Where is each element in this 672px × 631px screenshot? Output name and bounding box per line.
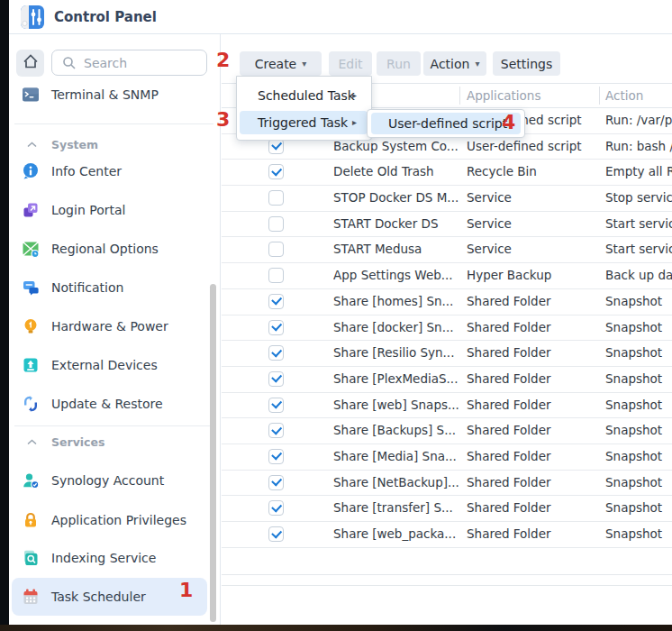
- task-name: Share [homes] Sn...: [333, 289, 465, 314]
- table-row[interactable]: Share [Media] Sna... Shared Folder Snaps…: [222, 444, 672, 471]
- annotation-1: 1: [179, 581, 193, 600]
- task-action: Stop servic: [605, 186, 672, 210]
- task-action: Snapshot: [605, 471, 672, 495]
- indexing-service-icon: [22, 549, 40, 567]
- create-button[interactable]: Create ▾: [240, 51, 322, 76]
- menu-item-label: Triggered Task: [258, 115, 348, 130]
- task-name: Share [web] Snaps...: [333, 393, 465, 417]
- row-checkbox[interactable]: [268, 320, 284, 335]
- sidebar-section-system[interactable]: System: [27, 135, 98, 153]
- task-action: Empty all R: [605, 160, 672, 184]
- sidebar-item-task-scheduler[interactable]: Task Scheduler: [22, 584, 146, 609]
- sidebar-divider: [14, 123, 213, 124]
- row-checkbox[interactable]: [268, 449, 284, 464]
- menu-item-user-defined-script[interactable]: User-defined script: [371, 113, 521, 134]
- table-row[interactable]: Share [PlexMediaS... Shared Folder Snaps…: [222, 367, 672, 393]
- sidebar-item-regional-options[interactable]: Regional Options: [22, 236, 159, 261]
- search-placeholder: Search: [84, 56, 127, 70]
- search-icon: [62, 56, 77, 70]
- table-row[interactable]: Share [homes] Sn... Shared Folder Snapsh…: [222, 289, 672, 316]
- table-row[interactable]: STOP Docker DS M... Service Stop servic: [222, 186, 672, 212]
- task-name: Share [Media] Sna...: [333, 444, 465, 469]
- task-application: Shared Folder: [467, 393, 598, 417]
- table-row[interactable]: Share [NetBackup]... Shared Folder Snaps…: [222, 471, 672, 497]
- table-row[interactable]: App Settings Web... Hyper Backup Back up…: [222, 263, 672, 289]
- caret-down-icon: ▾: [475, 59, 479, 69]
- column-header-action[interactable]: Action: [605, 84, 643, 107]
- sidebar-item-update-restore[interactable]: Update & Restore: [22, 391, 163, 416]
- sidebar-item-label: Hardware & Power: [51, 319, 168, 334]
- task-table-body: User-defined script Run: /var/p Backup S…: [222, 108, 672, 548]
- sidebar-item-indexing-service[interactable]: Indexing Service: [22, 545, 156, 571]
- table-row[interactable]: Share [web_packa... Shared Folder Snapsh…: [222, 522, 672, 548]
- search-input[interactable]: Search: [51, 50, 207, 76]
- row-checkbox[interactable]: [268, 294, 284, 309]
- row-checkbox[interactable]: [268, 371, 284, 387]
- table-row[interactable]: Delete Old Trash Recycle Bin Empty all R: [222, 160, 672, 186]
- edit-button[interactable]: Edit: [329, 51, 372, 76]
- task-action: Run: bash /: [605, 134, 672, 159]
- task-action: Start servic: [605, 212, 672, 236]
- menu-item-triggered-task[interactable]: Triggered Task ▸: [240, 111, 368, 134]
- task-name: Share [web_packa...: [333, 522, 465, 546]
- task-name: Share [transfer] S...: [333, 496, 465, 520]
- sidebar-item-synology-account[interactable]: Synology Account: [22, 468, 164, 493]
- row-checkbox[interactable]: [268, 398, 284, 413]
- row-checkbox[interactable]: [268, 139, 284, 154]
- task-name: Delete Old Trash: [333, 160, 465, 184]
- run-button[interactable]: Run: [377, 51, 421, 76]
- menu-item-scheduled-task[interactable]: Scheduled Task ▸: [240, 84, 368, 107]
- sidebar-item-hardware-power[interactable]: Hardware & Power: [22, 314, 168, 339]
- login-portal-icon: [22, 201, 40, 219]
- caret-down-icon: ▾: [302, 59, 306, 69]
- regional-options-icon: [22, 240, 40, 258]
- task-action: Snapshot: [605, 341, 672, 365]
- table-row[interactable]: START Medusa Service Start servic: [222, 237, 672, 263]
- settings-button[interactable]: Settings: [493, 51, 560, 76]
- annotation-3: 3: [216, 110, 230, 130]
- table-row[interactable]: Share [web] Snaps... Shared Folder Snaps…: [222, 393, 672, 419]
- sidebar-item-info-center[interactable]: Info Center: [22, 159, 122, 184]
- table-row[interactable]: Share [Backups] S... Shared Folder Snaps…: [222, 418, 672, 444]
- sidebar-item-login-portal[interactable]: Login Portal: [22, 197, 125, 223]
- sidebar-item-notification[interactable]: Notification: [22, 275, 123, 300]
- row-checkbox[interactable]: [268, 526, 284, 542]
- column-header-applications[interactable]: Applications: [467, 84, 540, 107]
- sidebar-item-application-privileges[interactable]: Application Privileges: [22, 508, 186, 533]
- row-checkbox[interactable]: [268, 242, 284, 257]
- sidebar-item-terminal-snmp[interactable]: Terminal & SNMP: [22, 82, 159, 107]
- task-name: Share [docker] Sn...: [333, 316, 465, 340]
- table-row[interactable]: START Docker DS Service Start servic: [222, 212, 672, 238]
- row-checkbox[interactable]: [268, 500, 284, 516]
- control-panel-icon: [20, 5, 45, 30]
- button-label: Action: [431, 57, 470, 71]
- task-action: Snapshot: [605, 444, 672, 469]
- task-name: Share [Resilio Syn...: [333, 341, 465, 365]
- sidebar-scrollbar[interactable]: [210, 284, 216, 622]
- task-action: Run: /var/p: [605, 108, 672, 133]
- external-devices-icon: [22, 356, 40, 374]
- sidebar-item-label: Task Scheduler: [51, 590, 146, 604]
- row-checkbox[interactable]: [268, 475, 284, 490]
- task-action: Snapshot: [605, 289, 672, 314]
- row-checkbox[interactable]: [268, 190, 284, 206]
- action-button[interactable]: Action ▾: [423, 51, 486, 76]
- row-checkbox[interactable]: [268, 216, 284, 232]
- task-scheduler-icon: [22, 588, 40, 606]
- sidebar-item-external-devices[interactable]: External Devices: [22, 352, 158, 378]
- table-row[interactable]: Share [transfer] S... Shared Folder Snap…: [222, 496, 672, 522]
- sidebar-item-label: Login Portal: [51, 203, 125, 217]
- row-checkbox[interactable]: [268, 423, 284, 438]
- table-row[interactable]: Share [Resilio Syn... Shared Folder Snap…: [222, 341, 672, 367]
- submenu-arrow-icon: ▸: [352, 111, 357, 134]
- desktop-background: Control Panel Search: [0, 0, 672, 631]
- task-application: Shared Folder: [467, 444, 598, 469]
- row-checkbox[interactable]: [268, 268, 284, 283]
- home-button[interactable]: [16, 50, 44, 77]
- sidebar-section-services[interactable]: Services: [27, 433, 104, 451]
- control-panel-window: Control Panel Search: [9, 0, 672, 625]
- row-checkbox[interactable]: [268, 164, 284, 179]
- row-checkbox[interactable]: [268, 345, 284, 361]
- table-row[interactable]: Share [docker] Sn... Shared Folder Snaps…: [222, 316, 672, 342]
- sidebar-item-label: Notification: [51, 280, 123, 295]
